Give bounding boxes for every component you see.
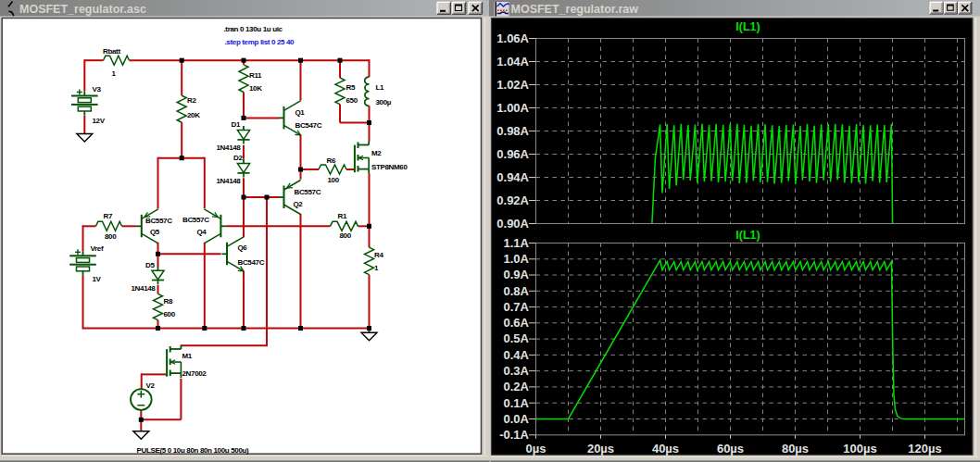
svg-text:Q6: Q6 <box>238 243 248 252</box>
svg-text:-0.1A: -0.1A <box>499 428 529 442</box>
svg-text:0.92A: 0.92A <box>496 194 529 207</box>
svg-text:120µs: 120µs <box>908 442 941 456</box>
svg-text:1N4148: 1N4148 <box>217 177 242 185</box>
svg-text:Q4: Q4 <box>197 228 207 236</box>
svg-text:D2: D2 <box>233 154 243 162</box>
svg-text:R1: R1 <box>338 212 347 220</box>
svg-text:Q1: Q1 <box>295 108 306 117</box>
svg-text:0.90A: 0.90A <box>496 217 529 231</box>
svg-text:M2: M2 <box>371 149 382 157</box>
svg-text:D1: D1 <box>232 120 241 129</box>
svg-text:2N7002: 2N7002 <box>182 369 207 378</box>
svg-text:0.2A: 0.2A <box>504 380 530 393</box>
svg-text:20µs: 20µs <box>587 442 614 456</box>
svg-text:1.02A: 1.02A <box>496 78 529 92</box>
svg-text:1.0A: 1.0A <box>504 252 530 266</box>
svg-text:0.1A: 0.1A <box>504 396 530 410</box>
svg-text:BC547C: BC547C <box>238 258 265 267</box>
svg-text:R5: R5 <box>346 83 356 92</box>
svg-text:0.7A: 0.7A <box>504 300 530 314</box>
svg-text:STP8NM60: STP8NM60 <box>371 163 408 171</box>
svg-text:0.3A: 0.3A <box>504 364 530 378</box>
svg-text:M1: M1 <box>182 352 193 360</box>
svg-text:I(L1): I(L1) <box>735 229 760 242</box>
svg-text:1.1A: 1.1A <box>504 236 530 250</box>
svg-text:0.94A: 0.94A <box>496 170 529 184</box>
svg-text:600: 600 <box>164 310 176 318</box>
svg-text:0.9A: 0.9A <box>504 268 530 281</box>
svg-text:300µ: 300µ <box>376 98 392 106</box>
svg-text:0.96A: 0.96A <box>496 147 529 161</box>
svg-text:0.8A: 0.8A <box>504 284 530 298</box>
svg-text:12V: 12V <box>93 117 106 125</box>
svg-text:0.6A: 0.6A <box>504 316 530 330</box>
svg-text:R7: R7 <box>104 212 113 220</box>
svg-text:100µs: 100µs <box>843 442 876 456</box>
svg-text:R8: R8 <box>164 297 173 306</box>
svg-text:1N4148: 1N4148 <box>217 144 242 152</box>
svg-text:I(L1): I(L1) <box>735 20 760 33</box>
svg-text:D5: D5 <box>145 261 155 269</box>
svg-text:MOSFET_regulator.asc: MOSFET_regulator.asc <box>19 3 146 16</box>
svg-text:0.5A: 0.5A <box>504 331 530 345</box>
svg-text:1N4148: 1N4148 <box>132 284 157 293</box>
svg-text:.step temp list 0 25 40: .step temp list 0 25 40 <box>225 38 295 46</box>
svg-text:BC557C: BC557C <box>182 216 209 224</box>
svg-text:1.04A: 1.04A <box>496 55 529 69</box>
svg-text:R11: R11 <box>249 71 262 80</box>
svg-text:BC557C: BC557C <box>145 217 172 225</box>
svg-text:BC547C: BC547C <box>295 121 322 130</box>
svg-text:R4: R4 <box>374 251 383 259</box>
svg-text:PULSE(5 0 10u 80n 80n 100u 500: PULSE(5 0 10u 80n 80n 100u 500u) <box>137 446 250 455</box>
svg-text:1V: 1V <box>93 275 102 283</box>
svg-text:L1: L1 <box>376 83 385 92</box>
svg-text:Q2: Q2 <box>294 200 304 208</box>
svg-text:R6: R6 <box>327 156 336 165</box>
svg-text:40µs: 40µs <box>652 442 679 456</box>
svg-text:60µs: 60µs <box>717 442 744 456</box>
svg-text:0.0A: 0.0A <box>504 412 530 426</box>
svg-text:V2: V2 <box>146 381 156 390</box>
svg-text:0.98A: 0.98A <box>496 124 529 138</box>
svg-text:650: 650 <box>346 96 358 105</box>
svg-text:Rbatt: Rbatt <box>103 47 120 56</box>
svg-text:.tran 0 130u 1u uic: .tran 0 130u 1u uic <box>224 25 283 33</box>
svg-text:800: 800 <box>105 232 117 241</box>
svg-text:Vref: Vref <box>91 244 104 253</box>
svg-text:BC557C: BC557C <box>295 188 321 196</box>
svg-text:Q5: Q5 <box>150 228 160 236</box>
svg-text:MOSFET_regulator.raw: MOSFET_regulator.raw <box>511 3 639 16</box>
svg-text:0.4A: 0.4A <box>504 348 530 362</box>
svg-text:100: 100 <box>328 176 340 184</box>
svg-text:20K: 20K <box>187 111 200 119</box>
svg-text:10K: 10K <box>249 84 262 93</box>
svg-text:1.06A: 1.06A <box>496 31 529 45</box>
svg-text:80µs: 80µs <box>782 442 809 456</box>
svg-text:1.00A: 1.00A <box>496 101 529 115</box>
svg-text:V3: V3 <box>93 85 102 94</box>
svg-text:R2: R2 <box>187 96 196 105</box>
svg-text:800: 800 <box>340 231 352 240</box>
svg-text:0µs: 0µs <box>526 442 547 456</box>
